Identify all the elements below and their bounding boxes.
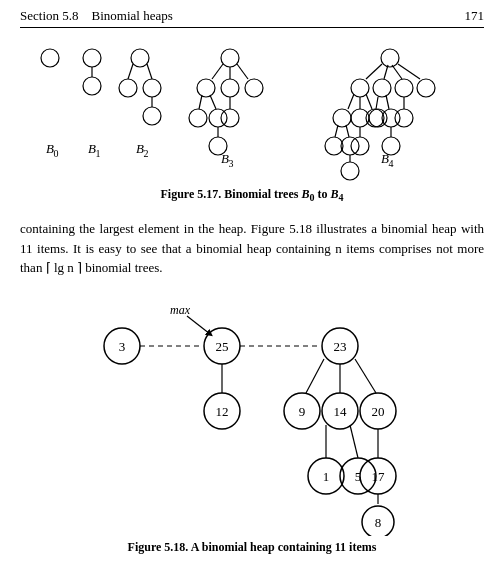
svg-line-13 [147, 64, 152, 79]
svg-point-50 [341, 137, 359, 155]
svg-line-86 [355, 359, 376, 393]
svg-point-3 [83, 49, 101, 67]
svg-point-49 [325, 137, 343, 155]
svg-text:23: 23 [334, 339, 347, 354]
svg-point-43 [333, 109, 351, 127]
svg-point-0 [41, 49, 59, 67]
svg-point-28 [221, 109, 239, 127]
svg-point-9 [119, 79, 137, 97]
svg-point-24 [189, 109, 207, 127]
section-label: Section 5.8 Binomial heaps [20, 8, 173, 24]
svg-line-23 [237, 64, 248, 79]
svg-point-17 [221, 49, 239, 67]
svg-point-34 [381, 49, 399, 67]
svg-point-11 [143, 107, 161, 125]
svg-text:14: 14 [334, 404, 348, 419]
svg-point-36 [373, 79, 391, 97]
svg-text:12: 12 [216, 404, 229, 419]
svg-text:0: 0 [54, 148, 59, 159]
svg-text:4: 4 [389, 158, 394, 169]
svg-point-10 [143, 79, 161, 97]
fig518-svg: max 3 25 23 12 [62, 286, 442, 536]
svg-text:8: 8 [375, 515, 382, 530]
svg-point-55 [341, 162, 359, 180]
svg-line-48 [366, 94, 372, 109]
svg-point-18 [197, 79, 215, 97]
page-number: 171 [465, 8, 485, 24]
svg-point-4 [83, 77, 101, 95]
svg-line-26 [199, 95, 202, 109]
svg-text:1: 1 [96, 148, 101, 159]
svg-line-40 [384, 65, 388, 79]
svg-line-41 [392, 65, 402, 79]
svg-point-19 [221, 79, 239, 97]
svg-text:25: 25 [216, 339, 229, 354]
svg-line-46 [348, 94, 354, 109]
svg-text:1: 1 [323, 469, 330, 484]
svg-line-59 [376, 97, 378, 109]
figure-517-container: B 0 B 1 B 2 [20, 38, 484, 213]
fig517-caption: Figure 5.17. Binomial trees B0 to B4 [161, 187, 344, 203]
svg-text:3: 3 [229, 158, 234, 169]
svg-line-80 [306, 359, 324, 393]
svg-text:20: 20 [372, 404, 385, 419]
page-header: Section 5.8 Binomial heaps 171 [20, 8, 484, 28]
svg-text:9: 9 [299, 404, 306, 419]
svg-point-53 [351, 137, 369, 155]
svg-line-39 [366, 64, 382, 79]
binomial-trees-svg: B 0 B 1 B 2 [20, 38, 484, 183]
svg-line-27 [210, 95, 216, 109]
svg-line-60 [386, 95, 389, 109]
svg-text:17: 17 [372, 469, 386, 484]
svg-point-37 [395, 79, 413, 97]
svg-line-92 [350, 425, 358, 458]
svg-line-21 [212, 64, 223, 79]
svg-point-20 [245, 79, 263, 97]
svg-line-51 [335, 125, 338, 137]
svg-text:3: 3 [119, 339, 126, 354]
svg-text:2: 2 [144, 148, 149, 159]
svg-line-68 [187, 316, 210, 334]
svg-point-63 [395, 109, 413, 127]
svg-point-8 [131, 49, 149, 67]
page: Section 5.8 Binomial heaps 171 B 0 B 1 [0, 0, 504, 566]
fig518-caption: Figure 5.18. A binomial heap containing … [128, 540, 377, 555]
svg-point-38 [417, 79, 435, 97]
svg-text:max: max [170, 303, 191, 317]
svg-line-52 [346, 125, 349, 137]
paragraph-text: containing the largest element in the he… [20, 219, 484, 278]
figure-518-container: max 3 25 23 12 [20, 286, 484, 555]
svg-line-12 [128, 64, 133, 79]
svg-line-42 [398, 64, 420, 79]
